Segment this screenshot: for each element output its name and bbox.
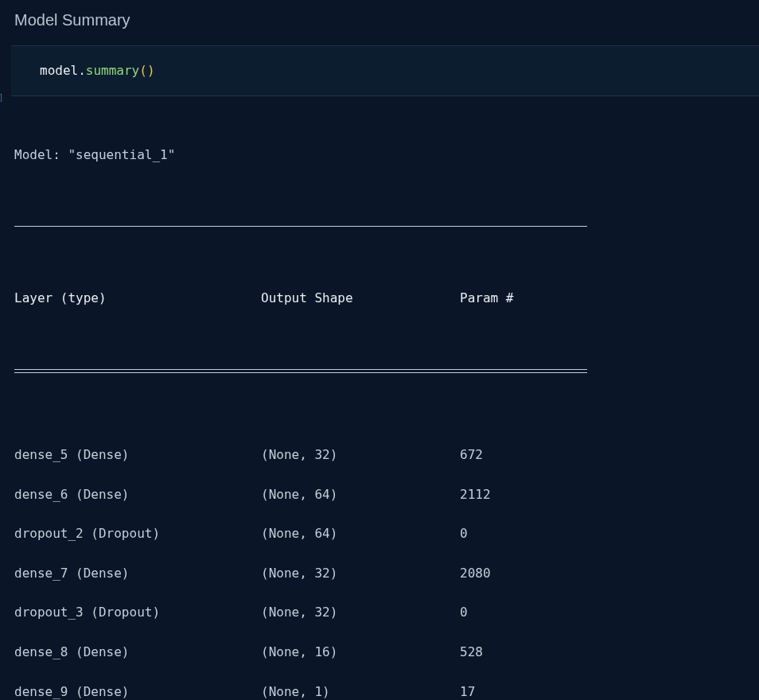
cell-layer: dense_7 (Dense) — [14, 554, 261, 593]
cell-layer: dropout_2 (Dropout) — [14, 514, 261, 554]
cell-param: 672 — [460, 435, 587, 475]
table-row: dropout_3 (Dropout)(None, 32)0 — [14, 593, 587, 632]
table-header-row: Layer (type) Output Shape Param # — [14, 285, 587, 312]
table-rule-double — [14, 369, 587, 374]
cell-param: 528 — [460, 632, 587, 672]
header-param: Param # — [460, 285, 587, 312]
code-line: model.summary() — [40, 62, 730, 80]
header-shape: Output Shape — [261, 285, 460, 312]
cell-layer: dense_8 (Dense) — [14, 632, 261, 672]
cell-layer: dense_9 (Dense) — [14, 672, 261, 700]
cell-param: 0 — [460, 514, 587, 554]
cell-shape: (None, 32) — [261, 593, 460, 632]
cell-layer: dense_6 (Dense) — [14, 475, 261, 515]
model-name: "sequential_1" — [68, 147, 175, 162]
output-block: Model: "sequential_1" Layer (type) Outpu… — [0, 103, 759, 700]
summary-table: Layer (type) Output Shape Param # — [14, 285, 587, 312]
table-rule — [14, 226, 587, 227]
cell-param: 2080 — [460, 554, 587, 593]
cell-param: 17 — [460, 672, 587, 700]
cell-shape: (None, 64) — [261, 475, 460, 515]
table-row: dense_7 (Dense)(None, 32)2080 — [14, 554, 587, 593]
summary-table-body: dense_5 (Dense)(None, 32)672dense_6 (Den… — [14, 435, 587, 700]
model-label: Model: — [14, 147, 68, 162]
cell-param: 0 — [460, 593, 587, 632]
table-row: dropout_2 (Dropout)(None, 64)0 — [14, 514, 587, 554]
table-row: dense_9 (Dense)(None, 1)17 — [14, 672, 587, 700]
table-row: dense_8 (Dense)(None, 16)528 — [14, 632, 587, 672]
section-header: Model Summary — [0, 6, 759, 42]
cell-index-marker: ] — [0, 92, 4, 104]
code-token: . — [78, 63, 86, 78]
cell-shape: (None, 64) — [261, 514, 460, 554]
table-row: dense_6 (Dense)(None, 64)2112 — [14, 475, 587, 515]
cell-param: 2112 — [460, 475, 587, 515]
header-layer: Layer (type) — [14, 285, 261, 312]
model-name-line: Model: "sequential_1" — [14, 146, 759, 164]
code-token: model — [40, 63, 78, 78]
cell-layer: dropout_3 (Dropout) — [14, 593, 261, 632]
cell-shape: (None, 32) — [261, 554, 460, 593]
cell-layer: dense_5 (Dense) — [14, 435, 261, 475]
cell-shape: (None, 1) — [261, 672, 460, 700]
code-token: summary — [86, 63, 139, 78]
code-token: () — [139, 63, 154, 78]
cell-shape: (None, 16) — [261, 632, 460, 672]
code-cell-summary[interactable]: model.summary() — [11, 45, 759, 96]
table-row: dense_5 (Dense)(None, 32)672 — [14, 435, 587, 475]
cell-shape: (None, 32) — [261, 435, 460, 475]
